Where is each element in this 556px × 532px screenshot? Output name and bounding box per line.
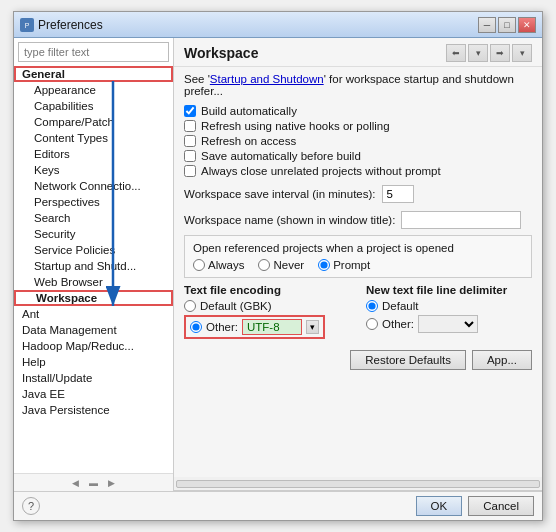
apply-button[interactable]: App... (472, 350, 532, 370)
encoding-other-radio[interactable] (190, 321, 202, 333)
workspace-name-input[interactable] (401, 211, 521, 229)
prompt-radio[interactable] (318, 259, 330, 271)
encoding-other-row: Other: ▾ (184, 315, 325, 339)
nav-forward-button[interactable]: ➡ (490, 44, 510, 62)
maximize-button[interactable]: □ (498, 17, 516, 33)
nav-back-button[interactable]: ⬅ (446, 44, 466, 62)
sidebar-item-network[interactable]: Network Connectio... (14, 178, 173, 194)
scroll-left-icon[interactable]: ◀ (72, 478, 79, 488)
refresh-access-checkbox[interactable] (184, 135, 196, 147)
sidebar-item-capabilities[interactable]: Capabilities (14, 98, 173, 114)
tree-scroll-bottom: ◀ ▬ ▶ (14, 473, 173, 491)
horizontal-scrollbar[interactable] (174, 477, 542, 491)
preferences-window: P Preferences ─ □ ✕ General Appearance (13, 11, 543, 521)
minimize-button[interactable]: ─ (478, 17, 496, 33)
open-referenced-options: Always Never Prompt (193, 259, 523, 271)
encoding-dropdown-button[interactable]: ▾ (306, 320, 319, 334)
save-interval-label: Workspace save interval (in minutes): (184, 188, 376, 200)
sidebar-item-install[interactable]: Install/Update (14, 370, 173, 386)
save-auto-checkbox[interactable] (184, 150, 196, 162)
tree-area: General Appearance Capabilities Compare/… (14, 66, 173, 473)
sidebar-item-java-persistence[interactable]: Java Persistence (14, 402, 173, 418)
sidebar-item-service-policies[interactable]: Service Policies (14, 242, 173, 258)
always-radio[interactable] (193, 259, 205, 271)
encoding-title: Text file encoding (184, 284, 350, 296)
delimiter-other-radio[interactable] (366, 318, 378, 330)
line-delimiter-section: New text file line delimiter Default Oth… (366, 284, 532, 342)
encoding-default-row: Default (GBK) (184, 300, 350, 312)
window-controls: ─ □ ✕ (478, 17, 536, 33)
filter-input[interactable] (18, 42, 169, 62)
delimiter-other-select[interactable] (418, 315, 478, 333)
app-icon: P (20, 18, 34, 32)
sidebar-item-keys[interactable]: Keys (14, 162, 173, 178)
svg-text:P: P (25, 22, 30, 29)
checkbox-close-unrelated: Always close unrelated projects without … (184, 165, 532, 177)
cancel-button[interactable]: Cancel (468, 496, 534, 516)
scroll-right-icon[interactable]: ▶ (108, 478, 115, 488)
sidebar-item-ant[interactable]: Ant (14, 306, 173, 322)
close-unrelated-checkbox[interactable] (184, 165, 196, 177)
encoding-other-input[interactable] (242, 319, 302, 335)
right-panel: Workspace ⬅ ▾ ➡ ▾ See 'Startup and Shutd… (174, 38, 542, 491)
sidebar-item-java-ee[interactable]: Java EE (14, 386, 173, 402)
never-radio[interactable] (258, 259, 270, 271)
sidebar-item-security[interactable]: Security (14, 226, 173, 242)
radio-prompt: Prompt (318, 259, 370, 271)
text-encoding-section: Text file encoding Default (GBK) Other: … (184, 284, 350, 342)
nav-more-button[interactable]: ▾ (512, 44, 532, 62)
checkbox-refresh-access: Refresh on access (184, 135, 532, 147)
right-content: See 'Startup and Shutdown' for workspace… (174, 67, 542, 477)
page-title: Workspace (184, 45, 258, 61)
refresh-native-label: Refresh using native hooks or polling (201, 120, 390, 132)
titlebar-left: P Preferences (20, 18, 103, 32)
delimiter-other-row: Other: (366, 315, 532, 333)
sidebar-item-hadoop[interactable]: Hadoop Map/Reduc... (14, 338, 173, 354)
sidebar-item-compare[interactable]: Compare/Patch (14, 114, 173, 130)
encoding-other-label: Other: (206, 321, 238, 333)
window-title: Preferences (38, 18, 103, 32)
sidebar-item-web-browser[interactable]: Web Browser (14, 274, 173, 290)
sidebar-item-data-mgmt[interactable]: Data Management (14, 322, 173, 338)
workspace-name-row: Workspace name (shown in window title): (184, 211, 532, 229)
checkbox-save-auto: Save automatically before build (184, 150, 532, 162)
prompt-label: Prompt (333, 259, 370, 271)
checkbox-build-auto: Build automatically (184, 105, 532, 117)
workspace-name-label: Workspace name (shown in window title): (184, 214, 395, 226)
sidebar-item-help[interactable]: Help (14, 354, 173, 370)
nav-dropdown-button[interactable]: ▾ (468, 44, 488, 62)
delimiter-default-row: Default (366, 300, 532, 312)
refresh-native-checkbox[interactable] (184, 120, 196, 132)
scrollbar-track (176, 480, 540, 488)
delimiter-title: New text file line delimiter (366, 284, 532, 296)
help-icon: ? (28, 500, 34, 512)
save-interval-input[interactable] (382, 185, 414, 203)
sidebar-item-workspace[interactable]: Workspace (14, 290, 173, 306)
sidebar-item-search[interactable]: Search (14, 210, 173, 226)
sidebar-item-startup[interactable]: Startup and Shutd... (14, 258, 173, 274)
open-referenced-title: Open referenced projects when a project … (193, 242, 523, 254)
build-auto-checkbox[interactable] (184, 105, 196, 117)
radio-always: Always (193, 259, 244, 271)
help-button[interactable]: ? (22, 497, 40, 515)
restore-apply-buttons: Restore Defaults App... (184, 350, 532, 370)
restore-defaults-button[interactable]: Restore Defaults (350, 350, 466, 370)
sidebar-item-general[interactable]: General (14, 66, 173, 82)
desc-prefix: See ' (184, 73, 210, 85)
save-auto-label: Save automatically before build (201, 150, 361, 162)
encoding-delimiter-row: Text file encoding Default (GBK) Other: … (184, 284, 532, 342)
delimiter-default-radio[interactable] (366, 300, 378, 312)
nav-buttons: ⬅ ▾ ➡ ▾ (446, 44, 532, 62)
encoding-default-radio[interactable] (184, 300, 196, 312)
sidebar-item-content-types[interactable]: Content Types (14, 130, 173, 146)
sidebar-item-editors[interactable]: Editors (14, 146, 173, 162)
scroll-arrows: ◀ ▬ ▶ (72, 478, 115, 488)
always-label: Always (208, 259, 244, 271)
startup-shutdown-link[interactable]: Startup and Shutdown (210, 73, 324, 85)
close-button[interactable]: ✕ (518, 17, 536, 33)
delimiter-other-label: Other: (382, 318, 414, 330)
sidebar-item-perspectives[interactable]: Perspectives (14, 194, 173, 210)
never-label: Never (273, 259, 304, 271)
sidebar-item-appearance[interactable]: Appearance (14, 82, 173, 98)
ok-button[interactable]: OK (416, 496, 463, 516)
